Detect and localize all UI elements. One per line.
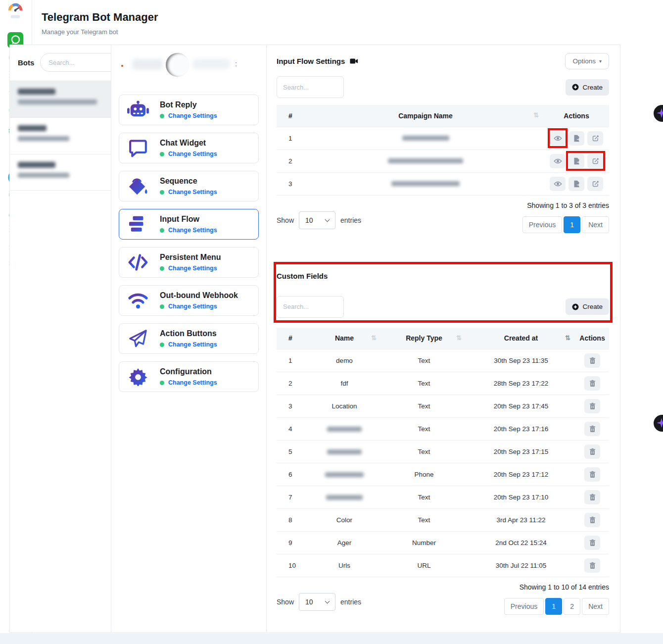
change-settings-link[interactable]: Change Settings — [168, 379, 217, 386]
col-header-num[interactable]: # — [277, 328, 307, 349]
sort-icon[interactable]: ⇅ — [371, 334, 377, 342]
delete-icon-button[interactable] — [584, 558, 600, 573]
create-custom-field-button[interactable]: Create — [566, 298, 609, 315]
delete-icon-button[interactable] — [584, 376, 600, 391]
ai-assistant-sparkle-button[interactable] — [653, 104, 663, 122]
redacted-text — [132, 59, 163, 70]
delete-icon-button[interactable] — [584, 490, 600, 504]
options-button[interactable]: Options ▾ — [565, 53, 609, 69]
page-1-button[interactable]: 1 — [564, 216, 580, 233]
edit-icon-button[interactable] — [587, 154, 603, 168]
col-header-actions[interactable]: Actions — [575, 328, 609, 349]
export-icon-button[interactable] — [568, 131, 584, 146]
delete-icon-button[interactable] — [584, 445, 600, 459]
sort-icon[interactable]: ⇅ — [456, 334, 462, 342]
delete-icon-button[interactable] — [584, 399, 600, 413]
export-icon-button[interactable] — [568, 177, 584, 191]
page-1-button[interactable]: 1 — [545, 598, 562, 615]
edit-icon-button[interactable] — [587, 131, 603, 146]
status-green-dot — [160, 190, 164, 195]
bots-panel: Bots — [9, 45, 111, 633]
flow-card-persistent-menu[interactable]: Persistent Menu Change Settings — [119, 247, 259, 278]
entries-summary: Showing 1 to 10 of 14 entries — [504, 583, 609, 591]
change-settings-link[interactable]: Change Settings — [168, 341, 217, 348]
row-num: 3 — [277, 395, 307, 418]
reply-type: Number — [381, 532, 467, 554]
export-icon-button[interactable] — [568, 154, 584, 168]
page-size-select[interactable]: 10 — [299, 211, 335, 229]
dashboard-gauge-icon[interactable] — [7, 3, 24, 20]
next-page-button[interactable]: Next — [582, 216, 609, 233]
row-num: 3 — [277, 172, 307, 195]
custom-field-row: 3 Location Text 20th Sep 23 17:45 — [277, 395, 609, 418]
campaign-search-input[interactable] — [277, 76, 344, 98]
bot-list-item[interactable] — [10, 154, 111, 191]
reply-type: Text — [381, 349, 467, 372]
col-header-reply-type[interactable]: Reply Type⇅ — [381, 328, 467, 349]
create-campaign-button[interactable]: Create — [566, 79, 609, 96]
avatar — [166, 53, 189, 77]
redacted-text — [192, 59, 230, 69]
ai-assistant-sparkle-button[interactable] — [653, 414, 663, 432]
campaign-row: 1 — [277, 127, 609, 149]
flow-card-title: Configuration — [160, 367, 217, 376]
field-name: fdf — [307, 372, 381, 395]
col-header-actions[interactable]: Actions — [544, 105, 609, 127]
plus-circle-icon — [572, 303, 579, 310]
view-icon-button[interactable] — [550, 177, 566, 191]
chevron-down-icon — [325, 217, 330, 222]
change-settings-link[interactable]: Change Settings — [168, 265, 217, 272]
custom-fields-search-input[interactable] — [277, 296, 344, 318]
page-2-button[interactable]: 2 — [564, 598, 580, 615]
create-label: Create — [582, 84, 603, 91]
custom-field-row: 1 demo Text 30th Sep 23 11:35 — [277, 349, 609, 372]
sort-icon[interactable]: ⇅ — [533, 111, 539, 119]
flow-card-configuration[interactable]: Configuration Change Settings — [119, 361, 259, 392]
edit-icon-button[interactable] — [587, 177, 603, 191]
custom-field-row: 5 Text 20th Sep 23 17:15 — [277, 441, 609, 463]
col-header-name[interactable]: Name⇅ — [307, 328, 381, 349]
flow-card-bot-reply[interactable]: Bot Reply Change Settings — [119, 95, 259, 125]
chat-widget-icon — [126, 139, 150, 157]
view-icon-button[interactable] — [550, 131, 566, 146]
col-header-num[interactable]: # — [277, 105, 307, 127]
col-header-created-at[interactable]: Created at⇅ — [467, 328, 575, 349]
change-settings-link[interactable]: Change Settings — [168, 112, 217, 119]
field-name: Urls — [307, 554, 381, 577]
col-header-campaign[interactable]: Campaign Name ⇅ — [307, 105, 544, 127]
change-settings-link[interactable]: Change Settings — [168, 303, 217, 310]
status-green-dot — [160, 114, 164, 118]
action-buttons-icon — [126, 329, 150, 348]
change-settings-link[interactable]: Change Settings — [168, 227, 217, 234]
row-num: 5 — [277, 441, 307, 463]
field-name: Location — [307, 395, 381, 418]
created-at: 3rd Apr 23 11:22 — [467, 509, 575, 532]
view-icon-button[interactable] — [550, 154, 566, 168]
previous-page-button[interactable]: Previous — [522, 216, 562, 233]
delete-icon-button[interactable] — [584, 513, 600, 527]
flow-card-title: Out-bound Webhook — [160, 291, 238, 300]
delete-icon-button[interactable] — [584, 536, 600, 550]
bot-list-item[interactable] — [10, 117, 111, 154]
flow-card-sequence[interactable]: Sequence Change Settings — [119, 171, 259, 201]
page-size-select[interactable]: 10 — [299, 593, 335, 611]
flow-card-outbound-webhook[interactable]: Out-bound Webhook Change Settings — [119, 285, 259, 316]
previous-page-button[interactable]: Previous — [504, 598, 544, 615]
delete-icon-button[interactable] — [584, 353, 600, 368]
row-num: 6 — [277, 463, 307, 486]
delete-icon-button[interactable] — [584, 467, 600, 482]
row-num: 9 — [277, 532, 307, 554]
change-settings-link[interactable]: Change Settings — [168, 189, 217, 196]
custom-field-row: 9 Ager Number 2nd Oct 22 15:24 — [277, 532, 609, 554]
flow-card-action-buttons[interactable]: Action Buttons Change Settings — [119, 323, 259, 354]
flow-card-title: Persistent Menu — [160, 253, 221, 262]
change-settings-link[interactable]: Change Settings — [168, 150, 217, 157]
redacted-campaign-name — [402, 136, 449, 141]
flow-card-input-flow-active[interactable]: Input Flow Change Settings — [119, 209, 259, 240]
flow-card-chat-widget[interactable]: Chat Widget Change Settings — [119, 133, 259, 163]
bot-list-item-selected[interactable] — [10, 81, 111, 117]
delete-icon-button[interactable] — [584, 422, 600, 436]
sort-icon-active[interactable]: ⇅ — [565, 334, 570, 342]
next-page-button[interactable]: Next — [582, 598, 609, 615]
created-at: 28th Sep 23 17:22 — [467, 372, 575, 395]
